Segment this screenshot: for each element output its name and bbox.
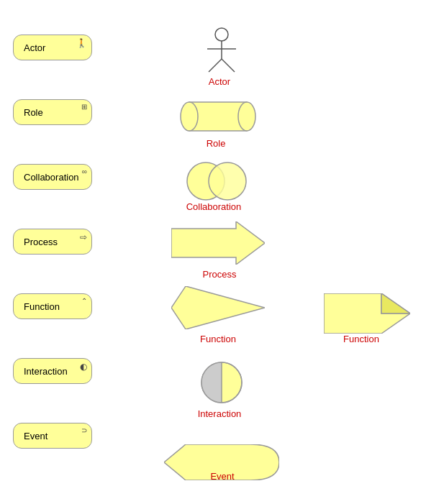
role-badge-icon: ⊞: [81, 103, 87, 111]
diagram-area: Actor 🚶 Role ⊞ Collaboration ∞ Process ⇨…: [0, 0, 426, 504]
role-badge[interactable]: Role ⊞: [13, 99, 92, 125]
function-badge-label: Function: [24, 301, 60, 312]
svg-point-6: [181, 102, 198, 131]
function2-label: Function: [332, 334, 390, 344]
role-label: Role: [194, 138, 237, 149]
collaboration-circles: [178, 157, 258, 206]
function-label: Function: [186, 334, 250, 344]
role-badge-label: Role: [24, 107, 43, 118]
event-badge-label: Event: [24, 431, 47, 441]
function-badge-icon: ⌃: [81, 297, 87, 305]
svg-line-3: [209, 59, 222, 72]
interaction-badge-label: Interaction: [24, 366, 68, 377]
interaction-circle: [193, 358, 250, 407]
interaction-label: Interaction: [183, 408, 255, 419]
collaboration-label: Collaboration: [181, 201, 246, 212]
event-badge-icon: ⊃: [81, 426, 87, 434]
process-badge-label: Process: [24, 237, 58, 247]
collaboration-badge[interactable]: Collaboration ∞: [13, 164, 92, 190]
function-fold-shape: [324, 293, 410, 334]
event-badge[interactable]: Event ⊃: [13, 423, 92, 449]
svg-point-9: [209, 162, 246, 200]
event-label: Event: [198, 471, 247, 482]
function-badge[interactable]: Function ⌃: [13, 293, 92, 319]
collaboration-badge-label: Collaboration: [24, 172, 79, 183]
actor-badge-label: Actor: [24, 42, 45, 53]
process-arrow-shape: [171, 221, 265, 265]
interaction-badge[interactable]: Interaction ◐: [13, 358, 92, 384]
actor-figure: [193, 22, 250, 79]
svg-point-0: [215, 28, 228, 41]
process-badge-icon: ⇨: [80, 232, 87, 242]
process-label: Process: [191, 269, 248, 280]
actor-badge-icon: 🚶: [76, 38, 87, 48]
function-arrow-shape: [171, 286, 265, 329]
interaction-badge-icon: ◐: [80, 362, 87, 372]
svg-marker-13: [381, 293, 410, 313]
svg-marker-11: [171, 286, 265, 329]
actor-badge[interactable]: Actor 🚶: [13, 35, 92, 60]
collaboration-badge-icon: ∞: [82, 168, 87, 175]
process-badge[interactable]: Process ⇨: [13, 229, 92, 255]
svg-point-7: [238, 102, 255, 131]
role-cylinder: [178, 91, 258, 139]
svg-marker-10: [171, 221, 265, 265]
actor-label: Actor: [198, 76, 241, 87]
svg-line-4: [222, 59, 235, 72]
